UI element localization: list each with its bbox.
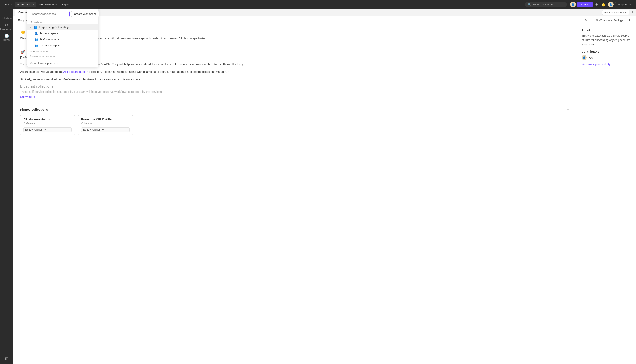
api-network-chevron-icon: ∨ xyxy=(55,3,57,6)
center-content: 👋 Introduction Welcome to the engineerin… xyxy=(14,24,577,364)
api-doc-link[interactable]: API documentation xyxy=(63,70,88,74)
workspace-label-iam-workspace: IAM Workspace xyxy=(40,38,60,41)
workspace-people-icon-2: 👤 xyxy=(35,32,38,35)
sidebar-item-environments-label: Environments xyxy=(0,28,13,30)
ref-collections-title: Reference collections xyxy=(20,56,570,60)
workspace-people-icon-1: 👥 xyxy=(34,26,37,29)
environment-selector[interactable]: No Environment ∨ xyxy=(602,10,629,15)
nav-api-network[interactable]: API Network ∨ xyxy=(37,2,59,7)
sidebar-item-collections[interactable]: ☰ Collections xyxy=(1,10,13,20)
workspace-item-engineering-onboarding[interactable]: ∨ 👥 Engineering Onboarding xyxy=(27,24,98,30)
ref-body-1: These collections contain thorough docum… xyxy=(20,62,570,67)
main-content: 👋 Introduction Welcome to the engineerin… xyxy=(14,24,636,364)
pinned-cards: API documentation #reference No Environm… xyxy=(20,114,570,135)
view-all-workspaces-link[interactable]: View all workspaces → xyxy=(30,62,58,65)
blueprint-body: These self-service collections curated b… xyxy=(20,90,570,94)
workspace-dropdown: Create Workspace Recently visited ∨ 👥 En… xyxy=(27,9,98,67)
view-activity-link[interactable]: View workspace activity xyxy=(581,62,632,66)
card-1-title: API documentation xyxy=(23,118,72,121)
card-1-tag: #reference xyxy=(23,122,72,125)
ref-body-3: Similarly, we recommend adding #referenc… xyxy=(20,77,570,82)
collections-icon: ☰ xyxy=(5,12,9,16)
ref-body3-suffix: for your services to this workspace. xyxy=(94,78,141,81)
intro-title: 👋 Introduction xyxy=(20,30,570,34)
tab-bar: Overview + ··· No Environment ∨ 👁 xyxy=(14,9,636,16)
workspaces-label: Workspaces xyxy=(17,3,32,6)
sidebar-bottom: ⊞ xyxy=(1,355,13,362)
add-pin-button[interactable]: + xyxy=(565,107,570,112)
dropdown-footer: View all workspaces → xyxy=(27,59,98,67)
card-2-tag: #blueprint xyxy=(81,122,130,125)
workspace-settings-button[interactable]: ⚙ Workspace Settings xyxy=(594,18,625,22)
sidebar-item-history[interactable]: 🕐 History xyxy=(1,32,13,42)
user-avatar[interactable]: 👤 xyxy=(570,2,576,7)
card-1-env-selector[interactable]: No Environment ∨ xyxy=(23,128,72,132)
nav-right-area: 👤 ＋ Invite ⚙ 🔔 👤 Upgrade ∨ xyxy=(570,2,633,7)
notifications-icon[interactable]: 🔔 xyxy=(600,2,606,7)
card-2-env-selector[interactable]: No Environment ∨ xyxy=(81,128,130,132)
ref-body2-suffix: collection. It contains requests along w… xyxy=(88,70,230,74)
intro-body: Welcome to the engineering onboarding wo… xyxy=(20,36,570,41)
ref-body2-prefix: As an example, we've added the xyxy=(20,70,63,74)
info-button[interactable]: ℹ xyxy=(627,18,632,22)
ref-body3-bold: #reference collections xyxy=(63,78,94,81)
workspace-label-team-workspace: Team Workspace xyxy=(40,44,61,47)
settings-icon[interactable]: ⚙ xyxy=(594,2,599,7)
upgrade-button[interactable]: Upgrade ∨ xyxy=(615,2,633,7)
workspace-header-right: 👁 1 ⚙ Workspace Settings ℹ xyxy=(583,18,632,22)
contributor-avatar: 👤 xyxy=(581,55,587,60)
info-icon: ℹ xyxy=(629,19,630,22)
workspace-item-team-workspace[interactable]: 👥 Team Workspace xyxy=(27,42,98,48)
getting-started-title: 🚀 Getting started with this workspace xyxy=(20,49,570,54)
right-panel: About This workspace acts as a single so… xyxy=(577,24,636,364)
api-network-label: API Network xyxy=(39,3,55,6)
more-icon: ⊞ xyxy=(5,356,8,361)
history-icon: 🕐 xyxy=(5,34,9,38)
profile-avatar[interactable]: 👤 xyxy=(608,2,613,7)
workspace-people-icon-3: 👥 xyxy=(35,38,38,41)
sidebar-item-environments[interactable]: ⊙ Environments xyxy=(1,22,13,32)
contributor-item: 👤 You xyxy=(581,55,632,60)
environments-icon: ⊙ xyxy=(5,23,8,27)
no-workspaces-message: No workspaces found xyxy=(27,54,98,59)
pinned-card-2: Fakestore CRUD APIs #blueprint No Enviro… xyxy=(78,114,133,135)
env-selector-chevron-icon: ∨ xyxy=(625,11,627,14)
workspace-settings-label: Workspace Settings xyxy=(599,19,623,22)
card-2-title: Fakestore CRUD APIs xyxy=(81,118,130,121)
blueprint-title: Blueprint collections xyxy=(20,84,570,88)
workspace-item-iam-workspace[interactable]: 👥 IAM Workspace xyxy=(27,36,98,42)
about-text: This workspace acts as a single source o… xyxy=(581,34,632,46)
workspace-people-icon-4: 👥 xyxy=(35,44,38,47)
sidebar: ☰ Collections ⊙ Environments 🕐 History ⊞ xyxy=(0,9,14,364)
main-layout: ☰ Collections ⊙ Environments 🕐 History ⊞… xyxy=(0,9,636,364)
search-placeholder: Search Postman xyxy=(532,3,553,6)
active-chevron-icon: ∨ xyxy=(30,26,32,28)
card-2-env-chevron-icon: ∨ xyxy=(102,128,104,131)
more-workspaces-label: More workspaces xyxy=(27,48,98,54)
eye-icon[interactable]: 👁 xyxy=(631,11,634,14)
content-area: Overview + ··· No Environment ∨ 👁 Engine… xyxy=(14,9,636,364)
invite-button[interactable]: ＋ Invite xyxy=(577,2,592,7)
show-more-button[interactable]: Show more xyxy=(20,95,570,98)
search-bar[interactable]: 🔍 Search Postman xyxy=(525,2,567,7)
env-selector-label: No Environment xyxy=(604,11,624,14)
pinned-title: Pinned collections xyxy=(20,108,48,111)
contributors-title: Contributors xyxy=(581,50,632,53)
nav-explore[interactable]: Explore xyxy=(60,2,73,7)
watchers-button[interactable]: 👁 1 xyxy=(583,18,591,22)
recently-visited-label: Recently visited xyxy=(27,19,98,24)
sidebar-item-more[interactable]: ⊞ xyxy=(1,355,13,362)
top-navigation: Home Workspaces ∧ API Network ∨ Explore … xyxy=(0,0,636,9)
sidebar-item-collections-label: Collections xyxy=(2,17,12,19)
workspace-item-my-workspace[interactable]: 👤 My Workspace xyxy=(27,30,98,36)
workspace-label-my-workspace: My Workspace xyxy=(40,32,58,35)
nav-workspaces[interactable]: Workspaces ∧ xyxy=(15,2,36,7)
nav-home[interactable]: Home xyxy=(3,2,14,7)
card-1-env-chevron-icon: ∨ xyxy=(44,128,46,131)
divider-1 xyxy=(20,45,570,45)
search-workspaces-input[interactable] xyxy=(30,11,70,17)
upgrade-chevron-icon: ∨ xyxy=(629,3,631,6)
card-1-env-label: No Environment xyxy=(25,128,43,131)
ref-body3-prefix: Similarly, we recommend adding xyxy=(20,78,63,81)
create-workspace-button[interactable]: Create Workspace xyxy=(71,11,99,17)
